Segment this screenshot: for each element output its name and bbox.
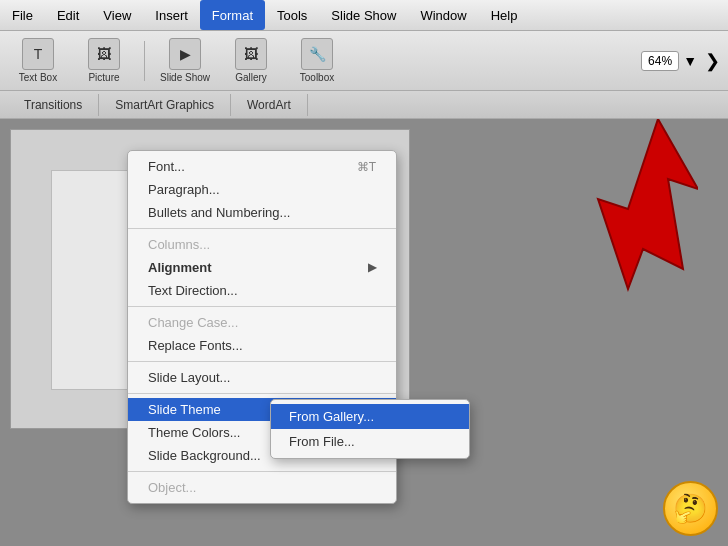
menu-help[interactable]: Help xyxy=(479,0,530,30)
slideshow-label: Slide Show xyxy=(160,72,210,83)
toolbar-right: 64% ▼ ❯ xyxy=(641,50,720,72)
picture-tool[interactable]: 🖼 Picture xyxy=(74,35,134,87)
menu-insert[interactable]: Insert xyxy=(143,0,200,30)
svg-marker-0 xyxy=(598,119,698,289)
toolbar: T Text Box 🖼 Picture ▶ Slide Show 🖼 Gall… xyxy=(0,31,728,91)
tab-wordart[interactable]: WordArt xyxy=(231,94,308,116)
tab-bar: Transitions SmartArt Graphics WordArt xyxy=(0,91,728,119)
menu-columns[interactable]: Columns... xyxy=(128,233,396,256)
tab-transitions[interactable]: Transitions xyxy=(8,94,99,116)
menu-object[interactable]: Object... xyxy=(128,476,396,499)
next-arrow[interactable]: ❯ xyxy=(705,50,720,72)
menu-alignment[interactable]: Alignment ▶ xyxy=(128,256,396,279)
submenu-fromfile[interactable]: From File... xyxy=(271,429,469,454)
textbox-tool[interactable]: T Text Box xyxy=(8,35,68,87)
menu-window[interactable]: Window xyxy=(408,0,478,30)
gallery-tool[interactable]: 🖼 Gallery xyxy=(221,35,281,87)
menu-bullets[interactable]: Bullets and Numbering... xyxy=(128,201,396,224)
submenu-fromgallery[interactable]: From Gallery... xyxy=(271,404,469,429)
slideshow-icon: ▶ xyxy=(169,38,201,70)
emoji-badge: 🤔 xyxy=(663,481,718,536)
menu-format[interactable]: Format xyxy=(200,0,265,30)
theme-submenu: From Gallery... From File... xyxy=(270,399,470,459)
toolbox-tool[interactable]: 🔧 Toolbox xyxy=(287,35,347,87)
menu-replacefonts[interactable]: Replace Fonts... xyxy=(128,334,396,357)
tab-smartart[interactable]: SmartArt Graphics xyxy=(99,94,231,116)
textbox-label: Text Box xyxy=(19,72,57,83)
textbox-icon: T xyxy=(22,38,54,70)
toolbar-separator xyxy=(144,41,145,81)
menu-tools[interactable]: Tools xyxy=(265,0,319,30)
slideshow-tool[interactable]: ▶ Slide Show xyxy=(155,35,215,87)
menu-changecase[interactable]: Change Case... xyxy=(128,311,396,334)
main-content: Font... ⌘T Paragraph... Bullets and Numb… xyxy=(0,119,728,546)
toolbox-label: Toolbox xyxy=(300,72,334,83)
sep3 xyxy=(128,361,396,362)
sep4 xyxy=(128,393,396,394)
annotation-arrow xyxy=(498,119,698,309)
menu-textdirection[interactable]: Text Direction... xyxy=(128,279,396,302)
sep1 xyxy=(128,228,396,229)
menu-bar: File Edit View Insert Format Tools Slide… xyxy=(0,0,728,31)
menu-paragraph[interactable]: Paragraph... xyxy=(128,178,396,201)
menu-slidelayout[interactable]: Slide Layout... xyxy=(128,366,396,389)
toolbox-icon: 🔧 xyxy=(301,38,333,70)
menu-view[interactable]: View xyxy=(91,0,143,30)
gallery-label: Gallery xyxy=(235,72,267,83)
zoom-dropdown[interactable]: ▼ xyxy=(683,53,697,69)
sep2 xyxy=(128,306,396,307)
menu-font[interactable]: Font... ⌘T xyxy=(128,155,396,178)
picture-label: Picture xyxy=(88,72,119,83)
sep5 xyxy=(128,471,396,472)
menu-file[interactable]: File xyxy=(0,0,45,30)
menu-slideshow[interactable]: Slide Show xyxy=(319,0,408,30)
menu-edit[interactable]: Edit xyxy=(45,0,91,30)
picture-icon: 🖼 xyxy=(88,38,120,70)
zoom-display[interactable]: 64% xyxy=(641,51,679,71)
gallery-icon: 🖼 xyxy=(235,38,267,70)
